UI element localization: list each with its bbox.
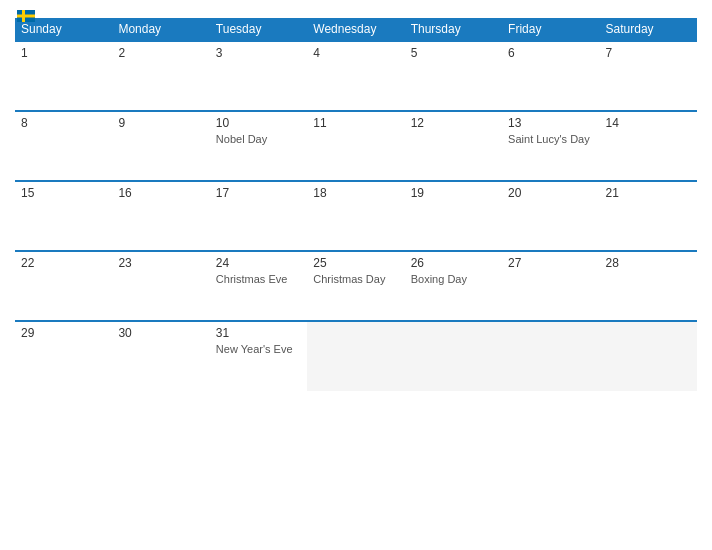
holiday-name: Saint Lucy's Day (508, 132, 593, 146)
calendar-cell: 8 (15, 111, 112, 181)
weekday-header-thursday: Thursday (405, 18, 502, 41)
calendar-cell: 9 (112, 111, 209, 181)
calendar-cell: 27 (502, 251, 599, 321)
logo-flag-icon (17, 10, 35, 22)
day-number: 20 (508, 186, 593, 200)
day-number: 15 (21, 186, 106, 200)
calendar-cell: 6 (502, 41, 599, 111)
day-number: 3 (216, 46, 301, 60)
calendar-cell: 13Saint Lucy's Day (502, 111, 599, 181)
day-number: 17 (216, 186, 301, 200)
calendar-cell: 18 (307, 181, 404, 251)
calendar-cell: 20 (502, 181, 599, 251)
day-number: 29 (21, 326, 106, 340)
holiday-name: Boxing Day (411, 272, 496, 286)
calendar-cell: 30 (112, 321, 209, 391)
day-number: 10 (216, 116, 301, 130)
calendar-cell: 16 (112, 181, 209, 251)
day-number: 19 (411, 186, 496, 200)
weekday-header-wednesday: Wednesday (307, 18, 404, 41)
holiday-name: Christmas Day (313, 272, 398, 286)
day-number: 9 (118, 116, 203, 130)
calendar-cell: 3 (210, 41, 307, 111)
weekday-header-monday: Monday (112, 18, 209, 41)
svg-rect-2 (17, 15, 35, 18)
calendar-cell: 10Nobel Day (210, 111, 307, 181)
weekday-header-row: SundayMondayTuesdayWednesdayThursdayFrid… (15, 18, 697, 41)
day-number: 24 (216, 256, 301, 270)
day-number: 7 (606, 46, 691, 60)
calendar-cell: 17 (210, 181, 307, 251)
calendar-cell: 15 (15, 181, 112, 251)
calendar-cell: 14 (600, 111, 697, 181)
calendar-table: SundayMondayTuesdayWednesdayThursdayFrid… (15, 18, 697, 391)
day-number: 11 (313, 116, 398, 130)
day-number: 14 (606, 116, 691, 130)
day-number: 5 (411, 46, 496, 60)
day-number: 4 (313, 46, 398, 60)
week-row-1: 1234567 (15, 41, 697, 111)
day-number: 8 (21, 116, 106, 130)
weekday-header-friday: Friday (502, 18, 599, 41)
holiday-name: New Year's Eve (216, 342, 301, 356)
calendar-body: 12345678910Nobel Day111213Saint Lucy's D… (15, 41, 697, 391)
day-number: 30 (118, 326, 203, 340)
calendar-cell: 4 (307, 41, 404, 111)
week-row-5: 293031New Year's Eve (15, 321, 697, 391)
calendar-container: SundayMondayTuesdayWednesdayThursdayFrid… (0, 0, 712, 550)
calendar-cell: 24Christmas Eve (210, 251, 307, 321)
calendar-cell (405, 321, 502, 391)
logo (15, 10, 35, 22)
calendar-cell: 29 (15, 321, 112, 391)
calendar-cell: 26Boxing Day (405, 251, 502, 321)
day-number: 12 (411, 116, 496, 130)
logo-blue-text (15, 10, 35, 22)
holiday-name: Nobel Day (216, 132, 301, 146)
day-number: 26 (411, 256, 496, 270)
calendar-cell: 19 (405, 181, 502, 251)
weekday-header-saturday: Saturday (600, 18, 697, 41)
day-number: 27 (508, 256, 593, 270)
calendar-cell: 22 (15, 251, 112, 321)
calendar-cell: 5 (405, 41, 502, 111)
calendar-cell: 7 (600, 41, 697, 111)
week-row-4: 222324Christmas Eve25Christmas Day26Boxi… (15, 251, 697, 321)
day-number: 23 (118, 256, 203, 270)
calendar-cell: 31New Year's Eve (210, 321, 307, 391)
calendar-cell: 21 (600, 181, 697, 251)
weekday-header-tuesday: Tuesday (210, 18, 307, 41)
calendar-cell: 28 (600, 251, 697, 321)
day-number: 2 (118, 46, 203, 60)
day-number: 31 (216, 326, 301, 340)
calendar-cell: 11 (307, 111, 404, 181)
week-row-3: 15161718192021 (15, 181, 697, 251)
calendar-cell: 23 (112, 251, 209, 321)
day-number: 16 (118, 186, 203, 200)
day-number: 1 (21, 46, 106, 60)
day-number: 18 (313, 186, 398, 200)
calendar-cell (307, 321, 404, 391)
day-number: 25 (313, 256, 398, 270)
calendar-cell (600, 321, 697, 391)
day-number: 28 (606, 256, 691, 270)
day-number: 22 (21, 256, 106, 270)
day-number: 21 (606, 186, 691, 200)
week-row-2: 8910Nobel Day111213Saint Lucy's Day14 (15, 111, 697, 181)
calendar-cell (502, 321, 599, 391)
calendar-cell: 2 (112, 41, 209, 111)
calendar-thead: SundayMondayTuesdayWednesdayThursdayFrid… (15, 18, 697, 41)
calendar-cell: 12 (405, 111, 502, 181)
calendar-cell: 1 (15, 41, 112, 111)
holiday-name: Christmas Eve (216, 272, 301, 286)
day-number: 13 (508, 116, 593, 130)
day-number: 6 (508, 46, 593, 60)
calendar-cell: 25Christmas Day (307, 251, 404, 321)
